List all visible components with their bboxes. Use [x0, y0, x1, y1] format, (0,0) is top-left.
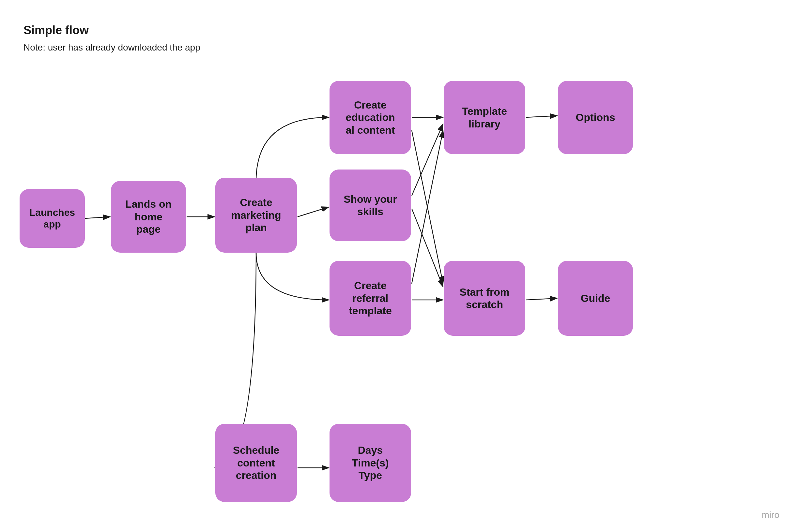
svg-line-3 [297, 207, 329, 217]
svg-line-5 [412, 130, 443, 284]
svg-line-7 [412, 209, 443, 287]
node-launches-app: Launches app [20, 189, 85, 248]
node-options: Options [558, 81, 633, 154]
node-show-skills: Show your skills [329, 170, 411, 241]
node-start-from-scratch: Start from scratch [444, 261, 525, 336]
node-template-library: Template library [444, 81, 525, 154]
node-guide: Guide [558, 261, 633, 336]
node-schedule-content: Schedule content creation [215, 424, 297, 502]
node-create-referral: Create referral template [329, 261, 411, 336]
svg-line-11 [526, 298, 557, 300]
svg-line-6 [412, 124, 443, 195]
page-subtitle: Note: user has already downloaded the ap… [23, 42, 200, 53]
node-days-times: Days Time(s) Type [329, 424, 411, 502]
svg-line-10 [526, 116, 557, 117]
miro-watermark: miro [762, 510, 779, 520]
svg-line-8 [412, 130, 443, 284]
node-create-educational: Create education al content [329, 81, 411, 154]
svg-line-1 [85, 217, 110, 218]
page-title: Simple flow [23, 23, 89, 37]
node-create-marketing: Create marketing plan [215, 178, 297, 253]
node-lands-on-home: Lands on home page [111, 181, 186, 253]
